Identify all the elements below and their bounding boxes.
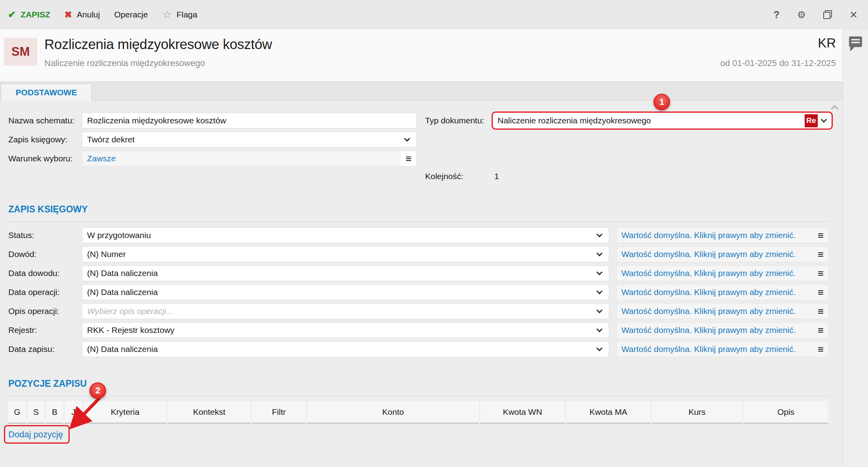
data-zapisu-select[interactable]: (N) Data naliczenia bbox=[82, 341, 609, 357]
data-dowodu-label: Data dowodu: bbox=[8, 265, 80, 281]
module-badge: SM bbox=[4, 38, 37, 66]
column-header-kwota-ma[interactable]: Kwota MA bbox=[566, 401, 651, 424]
column-header-kwota-wn[interactable]: Kwota WN bbox=[480, 401, 565, 424]
chevron-down-icon bbox=[596, 231, 603, 237]
operations-menu[interactable]: Operacje bbox=[114, 10, 148, 19]
scroll-up-icon[interactable] bbox=[831, 105, 839, 113]
app-window: ✔ ZAPISZ ✖ Anuluj Operacje ☆ Flaga ? ⚙ ✕… bbox=[0, 0, 868, 467]
row-menu-button[interactable]: ≡ bbox=[818, 286, 824, 299]
column-header-konto[interactable]: Konto bbox=[307, 401, 479, 424]
chevron-down-icon bbox=[596, 288, 603, 294]
add-position-button[interactable]: Dodaj pozycję bbox=[8, 428, 63, 441]
data-operacji-default-note: Wartość domyślna. Kliknij prawym aby zmi… bbox=[616, 284, 829, 300]
annotation-step-1: 1 bbox=[653, 94, 670, 110]
divider bbox=[8, 221, 830, 222]
nazwa-schematu-input[interactable]: Rozliczenia międzyokresowe kosztów bbox=[82, 113, 417, 129]
default-note-link[interactable]: Wartość domyślna. Kliknij prawym aby zmi… bbox=[621, 231, 796, 240]
comments-icon[interactable] bbox=[849, 36, 862, 47]
chevron-down-icon bbox=[596, 307, 603, 313]
warunek-wyboru-link[interactable]: Zawsze bbox=[87, 154, 116, 163]
data-zapisu-default-note: Wartość domyślna. Kliknij prawym aby zmi… bbox=[616, 341, 829, 357]
page-title: Rozliczenia międzyokresowe kosztów bbox=[44, 36, 272, 52]
data-zapisu-label: Data zapisu: bbox=[8, 341, 80, 357]
default-note-link[interactable]: Wartość domyślna. Kliknij prawym aby zmi… bbox=[621, 268, 796, 278]
row-menu-button[interactable]: ≡ bbox=[818, 343, 824, 355]
warunek-wyboru-field: Zawsze ≡ bbox=[82, 151, 417, 166]
rejestr-label: Rejestr: bbox=[8, 322, 80, 338]
nazwa-schematu-label: Nazwa schematu: bbox=[8, 113, 80, 129]
tab-bar bbox=[0, 81, 843, 101]
opis-operacji-default-note: Wartość domyślna. Kliknij prawym aby zmi… bbox=[616, 303, 829, 319]
column-header-opis[interactable]: Opis bbox=[743, 401, 828, 424]
rejestr-default-note: Wartość domyślna. Kliknij prawym aby zmi… bbox=[616, 322, 829, 338]
zapis-ksiegowy-label: Zapis księgowy: bbox=[8, 132, 80, 147]
chevron-down-icon bbox=[596, 326, 603, 332]
dowod-default-note: Wartość domyślna. Kliknij prawym aby zmi… bbox=[616, 246, 829, 262]
typ-dokumentu-select[interactable]: Naliczenie rozliczenia międzyokresowego … bbox=[492, 112, 833, 130]
annotation-arrow bbox=[66, 395, 110, 429]
kolejnosc-value: 1 bbox=[494, 170, 518, 183]
nazwa-schematu-value: Rozliczenia międzyokresowe kosztów bbox=[87, 116, 226, 125]
typ-dokumentu-value: Naliczenie rozliczenia międzyokresowego bbox=[493, 116, 805, 125]
warunek-menu-button[interactable]: ≡ bbox=[401, 151, 416, 166]
chevron-down-icon bbox=[404, 135, 410, 142]
star-icon: ☆ bbox=[162, 8, 172, 21]
page-subtitle: Naliczenie rozliczenia międzyokresowego bbox=[44, 58, 205, 68]
warunek-wyboru-label: Warunek wyboru: bbox=[8, 151, 80, 166]
data-operacji-select[interactable]: (N) Data naliczenia bbox=[82, 284, 609, 300]
chevron-down-icon bbox=[596, 269, 603, 275]
default-note-link[interactable]: Wartość domyślna. Kliknij prawym aby zmi… bbox=[621, 325, 796, 335]
zapis-ksiegowy-value: Twórz dekret bbox=[87, 135, 135, 144]
status-select[interactable]: W przygotowaniu bbox=[82, 227, 609, 243]
column-header-filtr[interactable]: Filtr bbox=[252, 401, 306, 424]
zapis-ksiegowy-section-title: ZAPIS KSIĘGOWY bbox=[8, 204, 88, 215]
default-note-link[interactable]: Wartość domyślna. Kliknij prawym aby zmi… bbox=[621, 306, 796, 316]
divider bbox=[8, 396, 830, 397]
tab-podstawowe[interactable]: PODSTAWOWE bbox=[1, 83, 92, 101]
data-dowodu-select[interactable]: (N) Data naliczenia bbox=[82, 265, 609, 281]
pozycje-table-header: G S B J Kryteria Kontekst Filtr Konto Kw… bbox=[8, 401, 830, 424]
restore-window-icon[interactable] bbox=[823, 10, 832, 19]
status-label: Status: bbox=[8, 227, 80, 243]
zapis-ksiegowy-select[interactable]: Twórz dekret bbox=[82, 132, 417, 147]
flag-button[interactable]: ☆ Flaga bbox=[162, 8, 198, 21]
default-note-link[interactable]: Wartość domyślna. Kliknij prawym aby zmi… bbox=[621, 344, 796, 354]
period-range: od 01-01-2025 do 31-12-2025 bbox=[720, 58, 836, 68]
cross-icon: ✖ bbox=[65, 9, 72, 20]
settings-gear-icon[interactable]: ⚙ bbox=[797, 9, 806, 21]
operations-menu-label: Operacje bbox=[114, 10, 148, 19]
dowod-label: Dowód: bbox=[8, 246, 80, 262]
column-header-g[interactable]: G bbox=[8, 401, 26, 424]
row-menu-button[interactable]: ≡ bbox=[818, 324, 824, 337]
row-menu-button[interactable]: ≡ bbox=[818, 229, 824, 242]
data-operacji-value: (N) Data naliczenia bbox=[87, 287, 158, 297]
close-window-icon[interactable]: ✕ bbox=[849, 9, 858, 21]
re-badge: Re bbox=[805, 114, 818, 127]
chevron-down-icon bbox=[596, 250, 603, 256]
status-value: W przygotowaniu bbox=[87, 231, 151, 240]
dowod-select[interactable]: (N) Numer bbox=[82, 246, 609, 262]
annotation-step-2: 2 bbox=[89, 382, 106, 399]
data-operacji-label: Data operacji: bbox=[8, 284, 80, 300]
default-note-link[interactable]: Wartość domyślna. Kliknij prawym aby zmi… bbox=[621, 250, 796, 259]
check-icon: ✔ bbox=[8, 9, 16, 20]
data-dowodu-value: (N) Data naliczenia bbox=[87, 268, 158, 278]
save-button-label: ZAPISZ bbox=[21, 10, 50, 19]
column-header-kontekst[interactable]: Kontekst bbox=[168, 401, 251, 424]
rejestr-select[interactable]: RKK - Rejestr kosztowy bbox=[82, 322, 609, 338]
help-button[interactable]: ? bbox=[773, 9, 779, 21]
opis-operacji-select[interactable]: Wybierz opis operacji... bbox=[82, 303, 609, 319]
cancel-button[interactable]: ✖ Anuluj bbox=[65, 9, 100, 20]
row-menu-button[interactable]: ≡ bbox=[818, 267, 824, 280]
tab-podstawowe-label: PODSTAWOWE bbox=[16, 88, 77, 97]
data-dowodu-default-note: Wartość domyślna. Kliknij prawym aby zmi… bbox=[616, 265, 829, 281]
row-menu-button[interactable]: ≡ bbox=[818, 248, 824, 261]
default-note-link[interactable]: Wartość domyślna. Kliknij prawym aby zmi… bbox=[621, 287, 796, 297]
column-header-b[interactable]: B bbox=[46, 401, 63, 424]
toolbar: ✔ ZAPISZ ✖ Anuluj Operacje ☆ Flaga ? ⚙ ✕ bbox=[0, 0, 868, 29]
column-header-kurs[interactable]: Kurs bbox=[652, 401, 742, 424]
column-header-s[interactable]: S bbox=[27, 401, 45, 424]
flag-button-label: Flaga bbox=[177, 10, 198, 19]
row-menu-button[interactable]: ≡ bbox=[818, 305, 824, 318]
save-button[interactable]: ✔ ZAPISZ bbox=[8, 9, 50, 20]
